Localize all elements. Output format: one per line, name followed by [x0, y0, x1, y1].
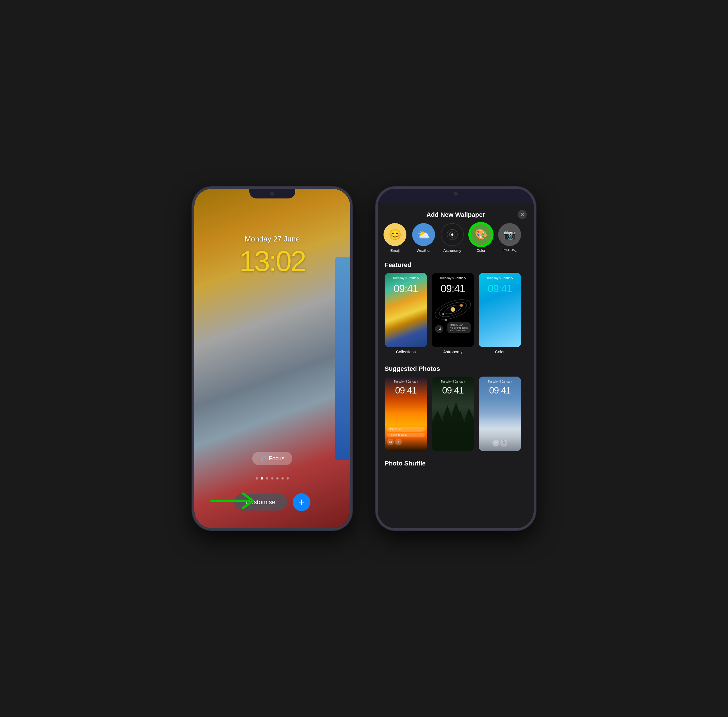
dot-1	[256, 477, 258, 479]
modal-close-button[interactable]: ✕	[518, 210, 527, 219]
forest-time: 09:41	[432, 385, 474, 396]
featured-title: Featured	[378, 258, 534, 273]
svg-point-0	[451, 233, 454, 236]
sunset-widgets: Mon 27 Jan No events today 14 ☀	[387, 427, 425, 445]
forest-trees	[432, 400, 474, 451]
forest-date: Tuesday 9 January	[432, 380, 474, 383]
suggested-mountain[interactable]: Tuesday 9 January 09:41 ② 🏃	[479, 377, 521, 451]
left-phone: Monday 27 June 13:02 🔗 Focus Customise +	[192, 186, 353, 531]
side-bar-accent	[335, 257, 353, 460]
off-badge: ☀	[395, 438, 402, 445]
emoji-icon: 😊	[384, 223, 407, 246]
collections-card-bg: Tuesday 9 January 09:41	[385, 273, 427, 347]
category-photos[interactable]: 📷 PHOTOS_	[498, 223, 521, 252]
svg-point-7	[460, 304, 463, 307]
suggested-forest[interactable]: Tuesday 9 January 09:41	[432, 377, 474, 451]
category-astronomy-label: Astronomy	[443, 249, 461, 253]
astronomy-label: Astronomy	[432, 347, 474, 357]
suggested-photos-title: Suggested Photos	[378, 362, 534, 377]
featured-cards-row: Tuesday 9 January 09:41 Collections Tues…	[378, 273, 534, 362]
dot-3	[266, 477, 268, 479]
astronomy-icon	[441, 223, 464, 246]
mountain-date: Tuesday 9 January	[479, 380, 521, 383]
category-astronomy[interactable]: Astronomy	[441, 223, 464, 253]
link-icon: 🔗	[260, 455, 267, 462]
collections-label: Collections	[385, 347, 427, 357]
lockscreen-time: 13:02	[194, 245, 350, 278]
collections-time: 09:41	[385, 283, 427, 295]
astro-calendar-badge: 14	[435, 325, 443, 333]
weather-icon: ⛅	[412, 223, 435, 246]
mountain-time: 09:41	[479, 385, 521, 396]
dot-2	[261, 477, 263, 479]
category-weather[interactable]: ⛅ Weather	[412, 223, 435, 253]
dot-4	[271, 477, 273, 479]
sunset-time: 09:41	[385, 385, 427, 396]
category-color-label: Color	[476, 249, 485, 253]
photos-icon: 📷	[498, 223, 521, 246]
color-icon: 🎨	[469, 223, 492, 246]
mountain-widgets: ② 🏃	[481, 440, 519, 447]
collections-date: Tuesday 9 January	[385, 276, 427, 280]
category-emoji-label: Emoji	[390, 249, 400, 253]
astronomy-card-bg: Tuesday 9 January 09:41	[432, 273, 474, 347]
category-color[interactable]: 🎨 Color	[469, 223, 492, 253]
right-phone: Add New Wallpaper ✕ 😊 Emoji ⛅ Weather	[375, 186, 536, 531]
dot-7	[286, 477, 289, 479]
add-wallpaper-button[interactable]: +	[292, 493, 311, 511]
featured-card-collections[interactable]: Tuesday 9 January 09:41 Collections	[385, 273, 427, 357]
dot-6	[282, 477, 284, 479]
astronomy-date: Tuesday 9 January	[432, 276, 474, 280]
photo-shuffle-title: Photo Shuffle	[378, 457, 534, 473]
suggested-cards-row: Tuesday 9 January 09:41 Mon 27 Jan No ev…	[378, 377, 534, 457]
featured-card-color[interactable]: Tuesday 9 January 09:41 Color	[479, 273, 521, 357]
modal-title: Add New Wallpaper	[426, 211, 485, 218]
category-weather-label: Weather	[417, 249, 431, 253]
front-camera-left	[270, 192, 274, 195]
color-card-bg: Tuesday 9 January 09:41	[479, 273, 521, 347]
color-label: Color	[479, 347, 521, 357]
sunset-date: Tuesday 9 January	[385, 380, 427, 383]
widget-events-line: No events today	[387, 433, 425, 437]
astro-date-widget: Mon 27 Jan No events today Your day is f…	[448, 322, 471, 333]
close-icon: ✕	[521, 212, 524, 217]
green-arrow	[209, 489, 260, 513]
calendar-badge: 14	[387, 438, 394, 445]
wallpaper-modal: Add New Wallpaper ✕ 😊 Emoji ⛅ Weather	[378, 203, 534, 528]
category-photos-label: PHOTOS_	[503, 249, 516, 252]
svg-point-3	[451, 307, 455, 312]
dot-5	[276, 477, 279, 479]
categories-row: 😊 Emoji ⛅ Weather Astronomy 🎨	[378, 223, 534, 258]
color-time: 09:41	[479, 283, 521, 295]
page-dots	[194, 477, 350, 479]
color-date: Tuesday 9 January	[479, 276, 521, 280]
svg-point-8	[442, 313, 444, 315]
widget-date-line: Mon 27 Jan	[387, 427, 425, 432]
focus-button[interactable]: 🔗 Focus	[252, 452, 292, 465]
suggested-sunset[interactable]: Tuesday 9 January 09:41 Mon 27 Jan No ev…	[385, 377, 427, 451]
featured-card-astronomy[interactable]: Tuesday 9 January 09:41	[432, 273, 474, 357]
lockscreen-date: Monday 27 June	[194, 235, 350, 244]
svg-point-9	[445, 319, 447, 321]
front-camera-right	[454, 192, 458, 195]
category-emoji[interactable]: 😊 Emoji	[384, 223, 407, 253]
modal-header: Add New Wallpaper ✕	[378, 203, 534, 223]
plus-icon: +	[299, 496, 305, 508]
focus-label: Focus	[269, 455, 284, 462]
